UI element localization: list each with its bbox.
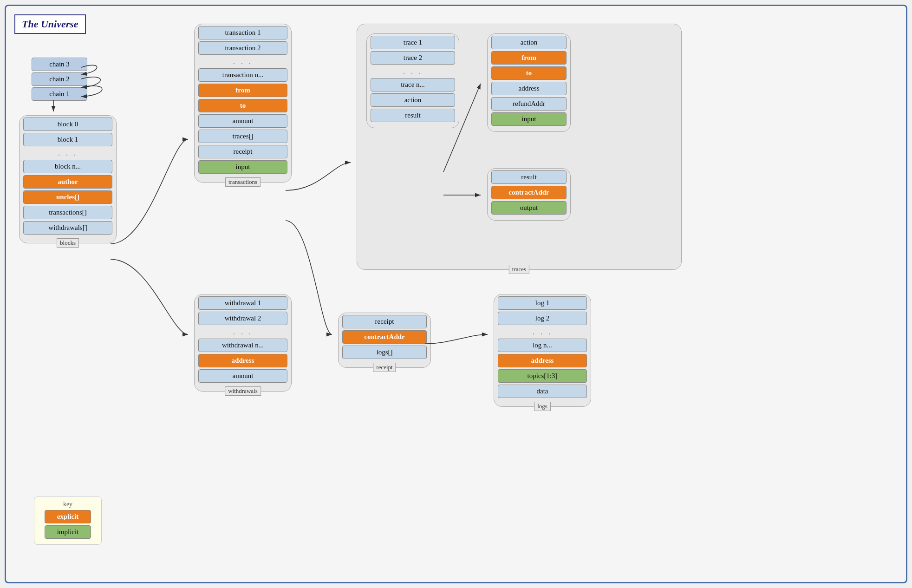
log-2: log 2 <box>498 312 587 325</box>
wd-address: address <box>198 354 287 367</box>
trace-result: result <box>371 109 455 122</box>
tx-from: from <box>198 84 287 97</box>
transactions-label: transactions <box>225 177 261 187</box>
traces-outer-label: traces <box>509 265 529 274</box>
receipt-logs: logs[] <box>342 346 427 359</box>
withdrawals-group: withdrawal 1 withdrawal 2 . . . withdraw… <box>194 294 292 392</box>
block-0: block 0 <box>23 118 112 131</box>
trace-action: action <box>371 93 455 107</box>
key-box: key explicit implicit <box>34 497 102 545</box>
tx-n: transaction n... <box>198 68 287 82</box>
log-address: address <box>498 354 587 367</box>
tx-dots: . . . <box>195 57 291 66</box>
key-title: key <box>41 501 95 508</box>
block-1: block 1 <box>23 133 112 146</box>
block-withdrawals: withdrawals[] <box>23 221 112 235</box>
result-output: output <box>491 201 567 215</box>
tx-1: transaction 1 <box>198 26 287 39</box>
trace-1: trace 1 <box>371 36 455 49</box>
chain-1: chain 1 <box>32 87 87 101</box>
log-1: log 1 <box>498 296 587 310</box>
trace-n: trace n... <box>371 78 455 91</box>
action-refundAddr: refundAddr <box>491 97 567 111</box>
log-topics: topics[1:3] <box>498 369 587 383</box>
chain-2: chain 2 <box>32 72 87 86</box>
action-from: from <box>491 51 567 65</box>
chain-group: chain 3 chain 2 chain 1 <box>32 56 87 102</box>
trace-dots: . . . <box>367 66 459 76</box>
tx-amount: amount <box>198 114 287 128</box>
block-uncles: uncles[] <box>23 190 112 204</box>
wd-amount: amount <box>198 369 287 383</box>
key-implicit: implicit <box>45 525 91 539</box>
receipt-receipt: receipt <box>342 315 427 328</box>
logs-group: log 1 log 2 . . . log n... address topic… <box>494 294 591 407</box>
universe-title: The Universe <box>14 14 86 34</box>
transactions-group: transaction 1 transaction 2 . . . transa… <box>194 24 292 183</box>
tx-traces: traces[] <box>198 130 287 143</box>
block-author: author <box>23 175 112 189</box>
log-data: data <box>498 385 587 398</box>
block-dots: . . . <box>20 148 116 158</box>
action-action: action <box>491 36 567 49</box>
withdrawals-label: withdrawals <box>225 386 261 396</box>
chain-3: chain 3 <box>32 58 87 71</box>
block-n: block n... <box>23 160 112 173</box>
tx-input: input <box>198 160 287 174</box>
traces-outer-group: trace 1 trace 2 . . . trace n... action … <box>357 24 682 270</box>
log-dots: . . . <box>494 327 591 337</box>
main-border: The Universe chain 3 chain 2 chain 1 blo… <box>5 5 907 583</box>
tx-2: transaction 2 <box>198 41 287 55</box>
wd-n: withdrawal n... <box>198 339 287 352</box>
action-address: address <box>491 82 567 95</box>
block-transactions: transactions[] <box>23 206 112 219</box>
tx-to: to <box>198 99 287 112</box>
result-contractAddr: contractAddr <box>491 186 567 199</box>
logs-label: logs <box>534 402 551 411</box>
action-input: input <box>491 112 567 126</box>
blocks-label: blocks <box>57 238 79 248</box>
log-n: log n... <box>498 339 587 352</box>
tx-receipt: receipt <box>198 145 287 158</box>
result-result: result <box>491 170 567 184</box>
blocks-group: block 0 block 1 . . . block n... author … <box>19 115 117 243</box>
receipt-group: receipt contractAddr logs[] receipt <box>338 313 431 368</box>
key-explicit: explicit <box>45 510 91 523</box>
action-to: to <box>491 66 567 80</box>
receipt-contractAddr: contractAddr <box>342 330 427 344</box>
wd-1: withdrawal 1 <box>198 296 287 310</box>
receipt-label: receipt <box>373 363 396 372</box>
trace-list-group: trace 1 trace 2 . . . trace n... action … <box>366 33 459 128</box>
wd-dots: . . . <box>195 327 291 337</box>
result-group: result contractAddr output <box>487 168 571 221</box>
wd-2: withdrawal 2 <box>198 312 287 325</box>
action-group: action from to address refundAddr input <box>487 33 571 132</box>
trace-2: trace 2 <box>371 51 455 65</box>
